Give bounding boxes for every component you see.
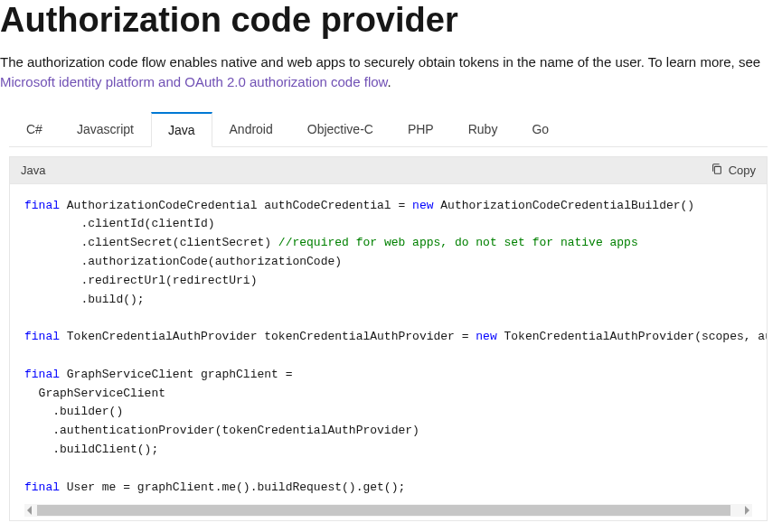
code-header: Java Copy <box>10 157 767 184</box>
tab-objective-c[interactable]: Objective-C <box>290 112 391 147</box>
svg-rect-0 <box>714 166 721 173</box>
intro-paragraph: The authorization code flow enables nati… <box>0 52 768 93</box>
scrollbar-thumb[interactable] <box>37 505 730 516</box>
intro-text-post: . <box>388 74 391 89</box>
oauth-flow-link[interactable]: Microsoft identity platform and OAuth 2.… <box>0 74 388 89</box>
intro-text-pre: The authorization code flow enables nati… <box>0 54 760 70</box>
tab-javascript[interactable]: Javascript <box>60 112 151 147</box>
code-body: final AuthorizationCodeCredential authCo… <box>10 184 767 521</box>
copy-button[interactable]: Copy <box>711 163 756 178</box>
tab-java[interactable]: Java <box>151 112 212 147</box>
code-block: final AuthorizationCodeCredential authCo… <box>24 197 752 498</box>
tab-go[interactable]: Go <box>514 112 566 147</box>
language-tabs: C# Javascript Java Android Objective-C P… <box>9 111 768 147</box>
tab-php[interactable]: PHP <box>391 112 451 147</box>
page-title: Authorization code provider <box>0 0 768 42</box>
tab-android[interactable]: Android <box>212 112 290 147</box>
copy-icon <box>711 163 723 178</box>
tab-ruby[interactable]: Ruby <box>451 112 515 147</box>
tab-csharp[interactable]: C# <box>9 112 60 147</box>
horizontal-scrollbar[interactable] <box>24 504 752 517</box>
code-card: Java Copy final AuthorizationCodeCredent… <box>9 156 768 522</box>
copy-label: Copy <box>729 163 756 177</box>
code-language-label: Java <box>21 163 45 177</box>
